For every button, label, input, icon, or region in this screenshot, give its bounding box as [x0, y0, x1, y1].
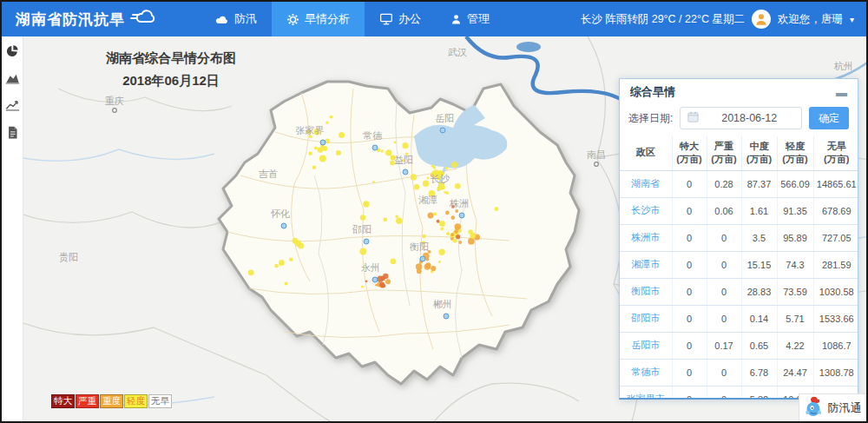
- value-cell: 0.65: [741, 332, 777, 359]
- value-cell: 1533.66: [813, 305, 858, 332]
- table-row: 岳阳市00.170.654.221086.7: [620, 332, 858, 359]
- city-label: 株洲: [449, 198, 469, 208]
- panel-header: 综合旱情 ▬: [620, 79, 858, 105]
- region-link[interactable]: 湖南省: [620, 170, 672, 197]
- user-avatar[interactable]: [752, 10, 771, 29]
- app-window: 湖南省防汛抗旱 防汛旱情分析办公管理 长沙 阵雨转阴 29°C / 22°C 星…: [0, 0, 868, 423]
- user-menu-caret-icon[interactable]: ▾: [850, 15, 854, 24]
- table-row: 邵阳市000.145.711533.66: [620, 305, 858, 332]
- panel-title: 综合旱情: [630, 84, 675, 100]
- weather-info: 长沙 阵雨转阴 29°C / 22°C 星期二: [581, 12, 745, 27]
- nav-item-label: 防汛: [234, 11, 257, 27]
- value-cell: 281.59: [813, 251, 858, 278]
- region-link[interactable]: 长沙市: [620, 197, 672, 224]
- table-row: 衡阳市0028.8373.591030.58: [620, 278, 858, 305]
- region-link[interactable]: 株洲市: [620, 224, 672, 251]
- value-cell: 0: [672, 332, 707, 359]
- value-cell: 0: [672, 386, 707, 400]
- value-cell: 15.15: [741, 251, 777, 278]
- map-title: 湖南省综合旱情分布图 2018年06月12日: [58, 47, 284, 93]
- city-label: 杭州: [833, 61, 853, 71]
- value-cell: 0.06: [707, 197, 741, 224]
- map-area[interactable]: 武汉杭州重庆南昌贵阳张家界常德益阳岳阳长沙湘潭株洲吉首怀化邵阳衡阳永州郴州 湖南…: [23, 36, 866, 421]
- value-cell: 0: [672, 359, 707, 386]
- map-title-line1: 湖南省综合旱情分布图: [58, 47, 284, 69]
- value-cell: 0: [672, 251, 707, 278]
- value-cell: 5.71: [777, 305, 813, 332]
- city-label: 怀化: [270, 208, 290, 219]
- city-label: 武汉: [448, 47, 467, 57]
- value-cell: 6.78: [741, 359, 777, 386]
- region-link[interactable]: 衡阳市: [620, 278, 672, 305]
- welcome-user[interactable]: 欢迎您，唐珊: [778, 12, 843, 27]
- value-cell: 0: [707, 224, 741, 251]
- badge-label: 防汛通: [828, 400, 862, 416]
- value-cell: 1.61: [741, 197, 777, 224]
- nav-item-label: 旱情分析: [305, 11, 350, 27]
- region-link[interactable]: 湘潭市: [620, 251, 672, 278]
- column-header: 中度(万亩): [741, 136, 777, 170]
- value-cell: 566.09: [777, 170, 813, 197]
- value-cell: 0: [707, 305, 741, 332]
- value-cell: 0: [672, 170, 707, 197]
- value-cell: 0: [707, 251, 741, 278]
- city-label: 吉首: [258, 169, 278, 179]
- nav-item-2[interactable]: 办公: [365, 2, 436, 36]
- nav-item-0[interactable]: 防汛: [200, 2, 272, 36]
- city-label: 衡阳: [409, 241, 429, 252]
- region-link[interactable]: 岳阳市: [620, 332, 672, 359]
- region-link[interactable]: 邵阳市: [620, 305, 672, 332]
- hunan-province-shape[interactable]: [219, 82, 579, 384]
- column-header: 严重(万亩): [707, 136, 741, 170]
- toolbar-button-pie-chart[interactable]: [4, 45, 20, 61]
- value-cell: 5.32: [741, 386, 777, 400]
- value-cell: 74.3: [777, 251, 813, 278]
- toolbar-button-line-chart[interactable]: [4, 99, 20, 115]
- value-cell: 91.35: [777, 197, 813, 224]
- city-label: 南昌: [587, 149, 606, 160]
- header-right: 长沙 阵雨转阴 29°C / 22°C 星期二 欢迎您，唐珊 ▾: [581, 10, 854, 29]
- value-cell: 0.28: [707, 170, 741, 197]
- column-header: 轻度(万亩): [777, 136, 813, 170]
- legend-item: 重度: [100, 394, 123, 408]
- nav-item-3[interactable]: 管理: [436, 2, 504, 36]
- legend-item: 严重: [76, 394, 99, 408]
- nav-item-1[interactable]: 旱情分析: [272, 2, 365, 36]
- drought-legend: 特大严重重度轻度无旱: [51, 394, 173, 408]
- date-picker-input[interactable]: 2018-06-12: [680, 107, 802, 129]
- value-cell: 0: [707, 278, 741, 305]
- city-label: 湘潭: [418, 195, 437, 205]
- value-cell: 3.5: [741, 224, 777, 251]
- value-cell: 95.89: [777, 224, 813, 251]
- map-title-line2: 2018年06月12日: [58, 69, 284, 92]
- table-row: 湖南省00.2887.37566.0914865.61: [620, 170, 858, 197]
- fangxuntong-badge[interactable]: 防汛通: [799, 393, 866, 421]
- main-nav: 防汛旱情分析办公管理: [200, 2, 504, 36]
- person-icon: [754, 12, 768, 26]
- value-cell: 14865.61: [813, 170, 858, 197]
- pie-chart-icon: [5, 44, 19, 62]
- app-title: 湖南省防汛抗旱: [16, 10, 125, 30]
- value-cell: 73.59: [777, 278, 813, 305]
- value-cell: 4.22: [777, 332, 813, 359]
- top-bar: 湖南省防汛抗旱 防汛旱情分析办公管理 长沙 阵雨转阴 29°C / 22°C 星…: [2, 2, 866, 36]
- line-chart-icon: [5, 99, 20, 115]
- toolbar-button-area-chart[interactable]: [4, 72, 20, 88]
- date-label: 选择日期:: [628, 111, 673, 126]
- app-logo: 湖南省防汛抗旱: [16, 7, 156, 32]
- drought-panel: 综合旱情 ▬ 选择日期: 2018-06-12 确定: [619, 78, 858, 400]
- city-label: 永州: [361, 262, 380, 273]
- table-row: 湘潭市0015.1574.3281.59: [620, 251, 858, 278]
- table-row: 常德市006.7824.471308.78: [620, 359, 858, 386]
- toolbar-button-report[interactable]: [4, 126, 20, 142]
- confirm-button[interactable]: 确定: [809, 107, 849, 129]
- region-link[interactable]: 常德市: [620, 359, 672, 386]
- city-label: 重庆: [105, 96, 124, 106]
- panel-collapse-button[interactable]: ▬: [836, 87, 847, 98]
- value-cell: 87.37: [741, 170, 777, 197]
- region-link[interactable]: 张家界市: [620, 386, 672, 400]
- value-cell: 0: [672, 278, 707, 305]
- value-cell: 1030.58: [813, 278, 858, 305]
- nav-item-label: 办公: [398, 11, 421, 27]
- value-cell: 727.05: [813, 224, 858, 251]
